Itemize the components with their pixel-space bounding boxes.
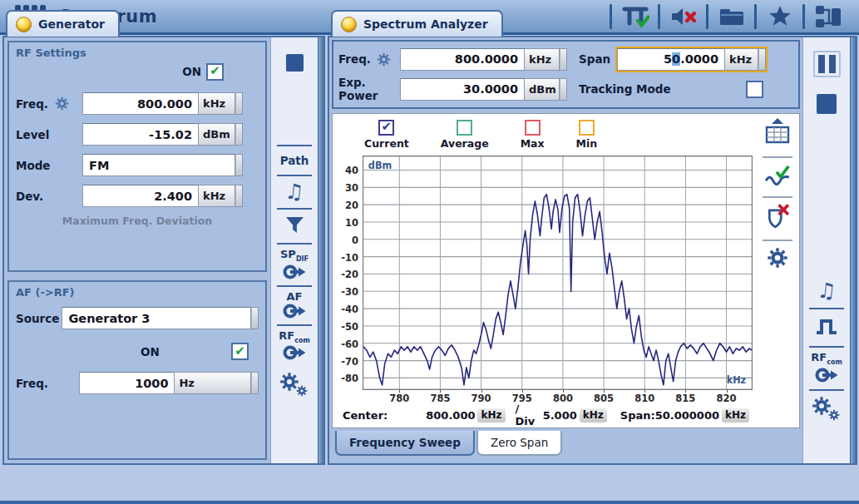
spinner[interactable] [235,92,243,115]
analyzer-scroll-edge[interactable] [850,37,856,463]
tab-zero-span[interactable]: Zero Span [476,431,562,456]
divider [277,285,312,287]
ana-freq-unit[interactable]: kHz [525,48,560,71]
x-tick-label: 810 [629,393,659,404]
freq-gear-icon[interactable] [55,96,82,111]
chart-settings-gear-icon[interactable] [767,247,788,272]
y-tick-label: 40 [345,165,358,176]
ana-exp-power-unit[interactable]: dBm [525,78,560,101]
rf-mode-select[interactable]: FM [82,154,235,176]
div-unit: kHz [580,408,607,422]
spectrum-chart-card: ✔ Current ✔ Average ✔ Max [332,113,800,428]
divider [277,208,312,210]
analyzer-settings-gears-icon[interactable] [810,394,843,427]
y-tick-label: -50 [341,321,358,333]
trace-valid-icon[interactable] [764,164,791,190]
analyzer-power-row: Exp. Power 30.0000 dBm Tracking Mode ✔ [338,77,793,101]
pause-icon[interactable] [813,51,841,77]
audio-monitor-icon[interactable]: ♫ [816,280,837,301]
rfcom-output-icon[interactable]: RFcom [811,352,842,384]
spinner[interactable] [560,48,567,71]
spinner[interactable] [235,123,243,146]
af-group: AF (->RF) Source Generator 3 ON ✔ Freq. … [7,280,267,460]
y-tick-label: -30 [341,286,358,298]
analyzer-content: Freq. 800.0000 kHz Span 50.0000 kHz [329,37,802,463]
rf-level-unit[interactable]: dBm [199,123,235,146]
tracking-mode-checkbox[interactable]: ✔ [746,81,763,98]
rf-freq-row: Freq. 800.000 kHz [16,92,259,115]
center-unit: kHz [477,408,505,422]
generator-stop-icon[interactable] [286,54,304,72]
af-output-icon[interactable]: AF [282,291,307,320]
ana-span-input[interactable]: 50.0000 [617,48,725,71]
af-source-select[interactable]: Generator 3 [62,307,251,329]
ana-span-field: 50.0000 kHz [617,48,766,71]
af-source-row: Source Generator 3 [16,307,259,329]
rf-level-row: Level -15.02 dBm [16,123,259,146]
rf-freq-input[interactable]: 800.000 [82,92,199,115]
rfcom-output-icon[interactable]: RFcom [279,330,309,363]
spinner[interactable] [560,78,567,101]
rf-on-checkbox[interactable]: ✔ [206,63,224,81]
legend-max-checkbox[interactable]: ✔ [525,120,541,136]
generator-settings-gears-icon[interactable] [278,370,311,403]
spdif-output-icon[interactable]: SPDIF [280,249,309,281]
generator-toolbar: Path ♫ SPDIF AF RFcom [270,37,318,463]
freq-gear-icon[interactable] [377,52,400,67]
path-button[interactable]: Path [280,154,309,167]
legend-min-label: Min [576,137,598,150]
rf-dev-row: Dev. 2.400 kHz [16,185,259,207]
rf-freq-unit[interactable]: kHz [199,92,235,115]
span-value: 50.000000 [655,409,719,422]
legend-min-checkbox[interactable]: ✔ [579,120,595,136]
div-value: 5.000 [543,409,577,422]
divider [277,175,312,176]
tab-generator[interactable]: Generator [6,10,120,37]
spinner[interactable] [758,48,766,71]
legend-current-label: Current [364,137,409,150]
audio-monitor-icon[interactable]: ♫ [284,181,304,202]
x-tick-label: 815 [670,393,700,404]
step-function-icon[interactable] [815,316,838,339]
af-freq-input[interactable]: 1000 [79,372,175,394]
divider [763,156,792,158]
spinner[interactable] [251,307,259,329]
spinner[interactable] [251,372,259,394]
rf-dev-input[interactable]: 2.400 [82,185,199,207]
tab-generator-label: Generator [38,17,105,31]
tab-frequency-sweep[interactable]: Frequency Sweep [335,431,475,456]
legend-average-checkbox[interactable]: ✔ [457,120,472,136]
ana-freq-input[interactable]: 800.0000 [400,48,525,71]
x-axis-labels: 780785790795800805810815820 [363,390,753,404]
rf-mode-label: Mode [16,159,82,172]
af-on-checkbox[interactable]: ✔ [231,343,249,360]
generator-scroll-edge[interactable] [318,37,323,463]
rf-level-input[interactable]: -15.02 [82,123,199,146]
chart-icon-rail [756,114,799,427]
x-tick-label: 820 [712,393,742,404]
svg-text:kHz: kHz [727,373,746,386]
rf-dev-label: Dev. [16,190,82,203]
legend-current-checkbox[interactable]: ✔ [378,120,394,136]
spinner[interactable] [235,154,243,176]
ana-exp-power-label: Exp. Power [338,76,400,102]
marker-table-icon[interactable] [764,117,791,151]
generator-tab-row: Generator [2,10,325,37]
ana-exp-power-input[interactable]: 30.0000 [400,78,525,101]
rf-dev-hint: Maximum Freq. Deviation [16,215,259,227]
x-tick-label: 805 [589,393,619,404]
rf-dev-unit[interactable]: kHz [199,185,235,207]
filter-icon[interactable] [284,215,305,238]
center-label: Center: [343,409,388,422]
tab-spectrum-analyzer[interactable]: Spectrum Analyzer [331,10,503,37]
analyzer-stop-icon[interactable] [817,94,837,114]
divider [763,196,792,198]
limit-shield-off-icon[interactable] [766,204,789,234]
af-freq-unit[interactable]: Hz [175,372,251,394]
analyzer-tab-row: Spectrum Analyzer [328,10,857,37]
spinner[interactable] [235,185,243,207]
plot-area[interactable]: dBmkHz [363,156,753,390]
legend-average: ✔ Average [441,120,489,150]
ana-span-unit[interactable]: kHz [725,48,758,71]
af-title: AF (->RF) [16,286,259,299]
